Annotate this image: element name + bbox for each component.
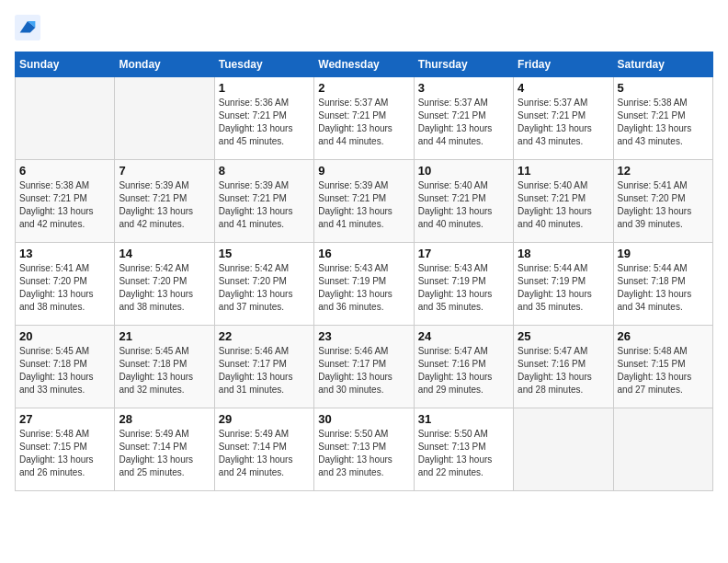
day-info: Sunrise: 5:39 AM Sunset: 7:21 PM Dayligh… (318, 179, 409, 231)
day-number: 20 (19, 329, 110, 343)
day-cell: 31Sunrise: 5:50 AM Sunset: 7:13 PM Dayli… (414, 408, 513, 491)
day-number: 17 (418, 247, 509, 260)
day-number: 2 (318, 81, 409, 95)
day-info: Sunrise: 5:49 AM Sunset: 7:14 PM Dayligh… (219, 428, 310, 479)
day-number: 7 (119, 164, 210, 178)
day-cell: 9Sunrise: 5:39 AM Sunset: 7:21 PM Daylig… (314, 160, 414, 243)
day-info: Sunrise: 5:40 AM Sunset: 7:21 PM Dayligh… (418, 179, 509, 231)
day-number: 16 (318, 247, 409, 260)
day-number: 25 (518, 329, 609, 343)
day-info: Sunrise: 5:37 AM Sunset: 7:21 PM Dayligh… (318, 97, 409, 148)
week-row-3: 20Sunrise: 5:45 AM Sunset: 7:18 PM Dayli… (16, 326, 713, 408)
day-number: 31 (418, 412, 509, 426)
day-cell: 16Sunrise: 5:43 AM Sunset: 7:19 PM Dayli… (314, 243, 414, 326)
day-cell (514, 408, 613, 491)
day-info: Sunrise: 5:37 AM Sunset: 7:21 PM Dayligh… (418, 97, 509, 148)
logo-icon (15, 15, 40, 40)
day-cell: 27Sunrise: 5:48 AM Sunset: 7:15 PM Dayli… (16, 408, 115, 491)
day-number: 28 (119, 412, 210, 426)
day-info: Sunrise: 5:41 AM Sunset: 7:20 PM Dayligh… (19, 262, 110, 314)
day-number: 29 (219, 412, 310, 426)
week-row-1: 6Sunrise: 5:38 AM Sunset: 7:21 PM Daylig… (16, 160, 713, 243)
day-number: 6 (19, 164, 110, 178)
header-thursday: Thursday (414, 52, 513, 77)
day-number: 3 (418, 81, 509, 95)
logo (15, 15, 44, 40)
day-number: 24 (418, 329, 509, 343)
day-cell: 18Sunrise: 5:44 AM Sunset: 7:19 PM Dayli… (514, 243, 613, 326)
day-number: 23 (318, 329, 409, 343)
day-cell: 8Sunrise: 5:39 AM Sunset: 7:21 PM Daylig… (214, 160, 313, 243)
day-cell: 24Sunrise: 5:47 AM Sunset: 7:16 PM Dayli… (414, 326, 513, 408)
day-cell: 13Sunrise: 5:41 AM Sunset: 7:20 PM Dayli… (16, 243, 115, 326)
day-info: Sunrise: 5:36 AM Sunset: 7:21 PM Dayligh… (219, 97, 310, 148)
day-cell: 20Sunrise: 5:45 AM Sunset: 7:18 PM Dayli… (16, 326, 115, 408)
day-info: Sunrise: 5:38 AM Sunset: 7:21 PM Dayligh… (618, 97, 709, 148)
day-number: 18 (518, 247, 609, 260)
day-number: 12 (618, 164, 709, 178)
day-info: Sunrise: 5:43 AM Sunset: 7:19 PM Dayligh… (418, 262, 509, 314)
header-friday: Friday (514, 52, 613, 77)
day-cell: 4Sunrise: 5:37 AM Sunset: 7:21 PM Daylig… (514, 77, 613, 160)
day-cell: 3Sunrise: 5:37 AM Sunset: 7:21 PM Daylig… (414, 77, 513, 160)
day-info: Sunrise: 5:47 AM Sunset: 7:16 PM Dayligh… (518, 345, 609, 396)
calendar-table: SundayMondayTuesdayWednesdayThursdayFrid… (15, 52, 713, 491)
day-cell: 23Sunrise: 5:46 AM Sunset: 7:17 PM Dayli… (314, 326, 414, 408)
day-info: Sunrise: 5:37 AM Sunset: 7:21 PM Dayligh… (518, 97, 609, 148)
day-number: 19 (618, 247, 709, 260)
page-header (15, 15, 713, 40)
day-cell: 11Sunrise: 5:40 AM Sunset: 7:21 PM Dayli… (514, 160, 613, 243)
day-number: 30 (318, 412, 409, 426)
day-number: 27 (19, 412, 110, 426)
day-info: Sunrise: 5:39 AM Sunset: 7:21 PM Dayligh… (219, 179, 310, 231)
day-number: 4 (518, 81, 609, 95)
day-cell: 25Sunrise: 5:47 AM Sunset: 7:16 PM Dayli… (514, 326, 613, 408)
day-cell: 5Sunrise: 5:38 AM Sunset: 7:21 PM Daylig… (613, 77, 712, 160)
day-cell: 12Sunrise: 5:41 AM Sunset: 7:20 PM Dayli… (613, 160, 712, 243)
day-cell: 2Sunrise: 5:37 AM Sunset: 7:21 PM Daylig… (314, 77, 414, 160)
day-cell (115, 77, 214, 160)
day-cell: 6Sunrise: 5:38 AM Sunset: 7:21 PM Daylig… (16, 160, 115, 243)
day-cell: 28Sunrise: 5:49 AM Sunset: 7:14 PM Dayli… (115, 408, 214, 491)
day-info: Sunrise: 5:42 AM Sunset: 7:20 PM Dayligh… (219, 262, 310, 314)
day-cell: 22Sunrise: 5:46 AM Sunset: 7:17 PM Dayli… (214, 326, 313, 408)
header-sunday: Sunday (16, 52, 115, 77)
day-cell: 15Sunrise: 5:42 AM Sunset: 7:20 PM Dayli… (214, 243, 313, 326)
day-number: 8 (219, 164, 310, 178)
week-row-2: 13Sunrise: 5:41 AM Sunset: 7:20 PM Dayli… (16, 243, 713, 326)
day-cell: 26Sunrise: 5:48 AM Sunset: 7:15 PM Dayli… (613, 326, 712, 408)
day-info: Sunrise: 5:50 AM Sunset: 7:13 PM Dayligh… (318, 428, 409, 479)
day-cell: 14Sunrise: 5:42 AM Sunset: 7:20 PM Dayli… (115, 243, 214, 326)
day-number: 5 (618, 81, 709, 95)
day-cell: 7Sunrise: 5:39 AM Sunset: 7:21 PM Daylig… (115, 160, 214, 243)
day-info: Sunrise: 5:46 AM Sunset: 7:17 PM Dayligh… (318, 345, 409, 396)
day-info: Sunrise: 5:50 AM Sunset: 7:13 PM Dayligh… (418, 428, 509, 479)
day-number: 26 (618, 329, 709, 343)
day-cell: 29Sunrise: 5:49 AM Sunset: 7:14 PM Dayli… (214, 408, 313, 491)
day-info: Sunrise: 5:49 AM Sunset: 7:14 PM Dayligh… (119, 428, 210, 479)
day-number: 13 (19, 247, 110, 260)
day-info: Sunrise: 5:46 AM Sunset: 7:17 PM Dayligh… (219, 345, 310, 396)
day-cell: 10Sunrise: 5:40 AM Sunset: 7:21 PM Dayli… (414, 160, 513, 243)
day-info: Sunrise: 5:39 AM Sunset: 7:21 PM Dayligh… (119, 179, 210, 231)
day-number: 15 (219, 247, 310, 260)
day-info: Sunrise: 5:43 AM Sunset: 7:19 PM Dayligh… (318, 262, 409, 314)
day-cell (613, 408, 712, 491)
day-number: 11 (518, 164, 609, 178)
day-cell: 1Sunrise: 5:36 AM Sunset: 7:21 PM Daylig… (214, 77, 313, 160)
header-wednesday: Wednesday (314, 52, 414, 77)
header-row: SundayMondayTuesdayWednesdayThursdayFrid… (16, 52, 713, 77)
day-info: Sunrise: 5:45 AM Sunset: 7:18 PM Dayligh… (119, 345, 210, 396)
day-number: 22 (219, 329, 310, 343)
week-row-0: 1Sunrise: 5:36 AM Sunset: 7:21 PM Daylig… (16, 77, 713, 160)
day-info: Sunrise: 5:47 AM Sunset: 7:16 PM Dayligh… (418, 345, 509, 396)
day-number: 10 (418, 164, 509, 178)
day-cell: 19Sunrise: 5:44 AM Sunset: 7:18 PM Dayli… (613, 243, 712, 326)
day-info: Sunrise: 5:48 AM Sunset: 7:15 PM Dayligh… (618, 345, 709, 396)
day-cell (16, 77, 115, 160)
header-monday: Monday (115, 52, 214, 77)
day-cell: 17Sunrise: 5:43 AM Sunset: 7:19 PM Dayli… (414, 243, 513, 326)
day-number: 21 (119, 329, 210, 343)
day-info: Sunrise: 5:42 AM Sunset: 7:20 PM Dayligh… (119, 262, 210, 314)
day-info: Sunrise: 5:41 AM Sunset: 7:20 PM Dayligh… (618, 179, 709, 231)
